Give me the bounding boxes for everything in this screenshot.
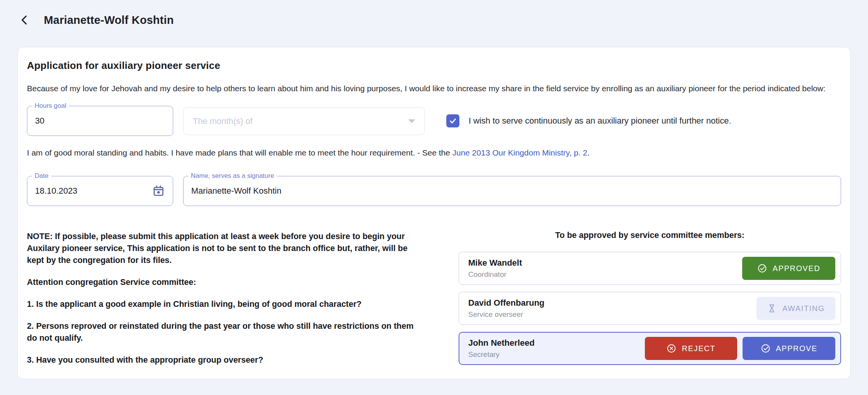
approval-column: To be approved by service committee memb… — [459, 231, 841, 372]
page: Marianette-Wolf Koshtin Application for … — [0, 0, 868, 395]
check-circle-icon — [757, 263, 767, 273]
check-circle-icon — [761, 343, 771, 353]
member-role: Secretary — [468, 350, 534, 359]
member-card-coordinator: Mike Wandelt Coordinator APPROVED — [459, 252, 841, 285]
note-text: NOTE: If possible, please submit this ap… — [27, 231, 416, 266]
hours-goal-input[interactable] — [27, 106, 173, 136]
signature-label: Name, serves as a signature — [188, 172, 277, 180]
calendar-icon[interactable] — [152, 184, 173, 198]
header: Marianette-Wolf Koshtin — [0, 0, 868, 28]
signature-input[interactable] — [184, 176, 841, 206]
hours-goal-field[interactable]: Hours goal — [27, 106, 173, 136]
member-name: Mike Wandelt — [468, 258, 522, 268]
x-circle-icon — [666, 343, 676, 353]
question-3: 3. Have you consulted with the appropria… — [27, 354, 416, 366]
intro-text: Because of my love for Jehovah and my de… — [27, 82, 839, 94]
member-card-service-overseer: David Offenbarung Service overseer AWAIT… — [459, 292, 841, 325]
hours-goal-label: Hours goal — [32, 102, 69, 110]
months-placeholder: The month(s) of — [193, 116, 252, 126]
form-title: Application for auxiliary pioneer servic… — [27, 60, 841, 72]
moral-text-suffix: . — [587, 148, 589, 157]
member-name: John Netherleed — [468, 338, 534, 348]
member-name: David Offenbarung — [468, 298, 544, 308]
continuous-checkbox-label: I wish to serve continuously as an auxil… — [469, 116, 731, 126]
hourglass-icon — [767, 303, 777, 313]
approved-badge: APPROVED — [742, 257, 835, 280]
moral-text: I am of good moral standing and habits. … — [27, 148, 452, 157]
signature-row: Date Name, serves as a signature — [27, 176, 841, 206]
chevron-down-icon — [408, 119, 415, 123]
approval-heading: To be approved by service committee memb… — [459, 231, 841, 240]
page-title: Marianette-Wolf Koshtin — [44, 14, 174, 27]
member-role: Coordinator — [468, 270, 522, 279]
back-button[interactable] — [16, 12, 33, 28]
member-card-secretary: John Netherleed Secretary REJECT — [459, 332, 841, 365]
kingdom-ministry-link[interactable]: June 2013 Our Kingdom Ministry, p. 2 — [452, 148, 587, 157]
chevron-left-icon — [19, 14, 30, 26]
question-2: 2. Persons reproved or reinstated during… — [27, 320, 416, 344]
date-input[interactable] — [27, 176, 152, 206]
continuous-checkbox-row[interactable]: I wish to serve continuously as an auxil… — [446, 114, 731, 127]
checkbox-checked-icon[interactable] — [446, 114, 459, 127]
date-label: Date — [32, 172, 51, 180]
application-card: Application for auxiliary pioneer servic… — [17, 47, 851, 379]
member-role: Service overseer — [468, 310, 544, 319]
bottom-section: NOTE: If possible, please submit this ap… — [27, 231, 841, 372]
moral-statement: I am of good moral standing and habits. … — [27, 148, 841, 157]
date-field[interactable]: Date — [27, 176, 173, 206]
awaiting-badge: AWAITING — [756, 297, 835, 320]
goal-row: Hours goal The month(s) of I wish to ser… — [27, 106, 841, 136]
approve-button[interactable]: APPROVE — [743, 337, 835, 360]
reject-button[interactable]: REJECT — [645, 337, 737, 360]
signature-field[interactable]: Name, serves as a signature — [183, 176, 841, 206]
notes-column: NOTE: If possible, please submit this ap… — [27, 231, 416, 372]
attention-text: Attention congregation Service committee… — [27, 276, 416, 288]
question-1: 1. Is the applicant a good example in Ch… — [27, 298, 416, 310]
months-select[interactable]: The month(s) of — [183, 107, 425, 135]
